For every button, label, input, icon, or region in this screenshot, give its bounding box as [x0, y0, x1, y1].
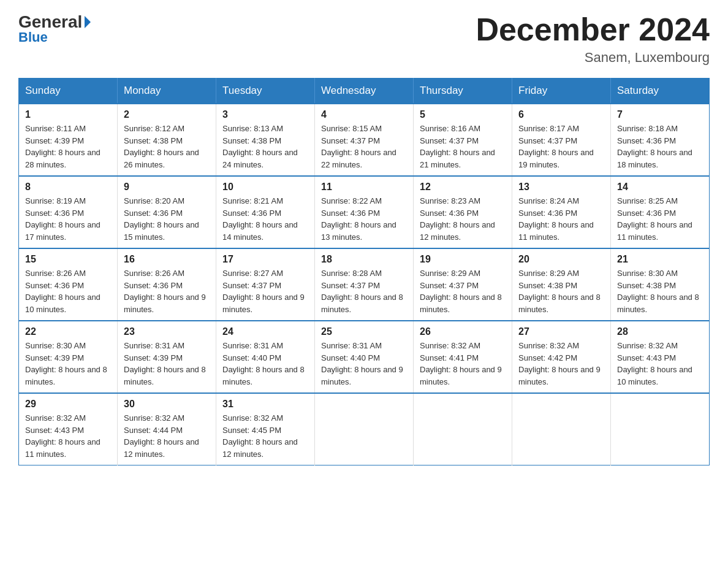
- sunset-label: Sunset: 4:36 PM: [124, 209, 183, 218]
- day-info: Sunrise: 8:15 AM Sunset: 4:37 PM Dayligh…: [321, 123, 407, 170]
- calendar-day-cell: 16 Sunrise: 8:26 AM Sunset: 4:36 PM Dayl…: [118, 248, 216, 321]
- sunset-label: Sunset: 4:36 PM: [617, 136, 676, 145]
- sunset-label: Sunset: 4:37 PM: [321, 281, 380, 290]
- col-saturday: Saturday: [611, 79, 710, 104]
- sunset-label: Sunset: 4:37 PM: [222, 281, 281, 290]
- sunset-label: Sunset: 4:45 PM: [222, 426, 281, 435]
- sunset-label: Sunset: 4:36 PM: [321, 209, 380, 218]
- logo-triangle-icon: [85, 16, 91, 28]
- day-number: 11: [321, 182, 407, 193]
- day-info: Sunrise: 8:29 AM Sunset: 4:37 PM Dayligh…: [420, 267, 506, 315]
- day-number: 23: [124, 326, 210, 337]
- day-info: Sunrise: 8:24 AM Sunset: 4:36 PM Dayligh…: [518, 195, 604, 243]
- sunset-label: Sunset: 4:40 PM: [222, 353, 281, 362]
- day-info: Sunrise: 8:26 AM Sunset: 4:36 PM Dayligh…: [124, 267, 210, 315]
- calendar-day-cell: 5 Sunrise: 8:16 AM Sunset: 4:37 PM Dayli…: [414, 104, 512, 176]
- sunrise-label: Sunrise: 8:16 AM: [420, 124, 480, 133]
- day-info: Sunrise: 8:17 AM Sunset: 4:37 PM Dayligh…: [518, 123, 604, 170]
- calendar-day-cell: 27 Sunrise: 8:32 AM Sunset: 4:42 PM Dayl…: [512, 321, 611, 393]
- day-info: Sunrise: 8:32 AM Sunset: 4:43 PM Dayligh…: [25, 412, 111, 460]
- sunrise-label: Sunrise: 8:21 AM: [222, 196, 283, 205]
- day-number: 6: [518, 109, 604, 120]
- sunrise-label: Sunrise: 8:25 AM: [617, 196, 678, 205]
- daylight-label: Daylight: 8 hours and 12 minutes.: [222, 437, 298, 459]
- sunset-label: Sunset: 4:39 PM: [25, 353, 84, 362]
- col-friday: Friday: [512, 79, 611, 104]
- col-tuesday: Tuesday: [216, 79, 315, 104]
- col-thursday: Thursday: [414, 79, 512, 104]
- day-info: Sunrise: 8:26 AM Sunset: 4:36 PM Dayligh…: [25, 267, 111, 315]
- day-number: 30: [124, 399, 210, 410]
- sunrise-label: Sunrise: 8:11 AM: [25, 124, 86, 133]
- daylight-label: Daylight: 8 hours and 11 minutes.: [617, 220, 692, 242]
- page-header: General Blue December 2024 Sanem, Luxemb…: [18, 12, 710, 66]
- day-info: Sunrise: 8:18 AM Sunset: 4:36 PM Dayligh…: [617, 123, 703, 170]
- daylight-label: Daylight: 8 hours and 10 minutes.: [617, 365, 692, 386]
- daylight-label: Daylight: 8 hours and 12 minutes.: [420, 220, 495, 242]
- day-number: 2: [124, 109, 210, 120]
- sunrise-label: Sunrise: 8:20 AM: [124, 196, 184, 205]
- daylight-label: Daylight: 8 hours and 9 minutes.: [321, 365, 403, 386]
- sunrise-label: Sunrise: 8:30 AM: [25, 341, 86, 350]
- daylight-label: Daylight: 8 hours and 11 minutes.: [518, 220, 594, 242]
- daylight-label: Daylight: 8 hours and 11 minutes.: [25, 437, 100, 459]
- calendar-day-cell: 11 Sunrise: 8:22 AM Sunset: 4:36 PM Dayl…: [315, 176, 414, 248]
- day-number: 7: [617, 109, 703, 120]
- calendar-day-cell: [512, 393, 611, 465]
- calendar-day-cell: 22 Sunrise: 8:30 AM Sunset: 4:39 PM Dayl…: [19, 321, 118, 393]
- calendar-header-row: Sunday Monday Tuesday Wednesday Thursday…: [19, 79, 710, 104]
- daylight-label: Daylight: 8 hours and 18 minutes.: [617, 148, 692, 169]
- calendar-day-cell: 18 Sunrise: 8:28 AM Sunset: 4:37 PM Dayl…: [315, 248, 414, 321]
- sunset-label: Sunset: 4:43 PM: [25, 426, 84, 435]
- logo-blue-text: Blue: [18, 29, 48, 45]
- day-number: 28: [617, 326, 703, 337]
- day-info: Sunrise: 8:27 AM Sunset: 4:37 PM Dayligh…: [222, 267, 308, 315]
- calendar-day-cell: 28 Sunrise: 8:32 AM Sunset: 4:43 PM Dayl…: [611, 321, 710, 393]
- day-number: 25: [321, 326, 407, 337]
- day-number: 21: [617, 254, 703, 265]
- day-number: 31: [222, 399, 308, 410]
- sunset-label: Sunset: 4:37 PM: [321, 136, 380, 145]
- calendar-week-row: 8 Sunrise: 8:19 AM Sunset: 4:36 PM Dayli…: [19, 176, 710, 248]
- calendar-day-cell: 29 Sunrise: 8:32 AM Sunset: 4:43 PM Dayl…: [19, 393, 118, 465]
- daylight-label: Daylight: 8 hours and 12 minutes.: [124, 437, 199, 459]
- daylight-label: Daylight: 8 hours and 9 minutes.: [518, 365, 601, 386]
- day-info: Sunrise: 8:31 AM Sunset: 4:39 PM Dayligh…: [124, 340, 210, 388]
- day-info: Sunrise: 8:32 AM Sunset: 4:42 PM Dayligh…: [518, 340, 604, 388]
- day-info: Sunrise: 8:32 AM Sunset: 4:43 PM Dayligh…: [617, 340, 703, 388]
- calendar-week-row: 15 Sunrise: 8:26 AM Sunset: 4:36 PM Dayl…: [19, 248, 710, 321]
- calendar-day-cell: [315, 393, 414, 465]
- col-wednesday: Wednesday: [315, 79, 414, 104]
- calendar-day-cell: 15 Sunrise: 8:26 AM Sunset: 4:36 PM Dayl…: [19, 248, 118, 321]
- sunset-label: Sunset: 4:36 PM: [124, 281, 183, 290]
- sunset-label: Sunset: 4:39 PM: [124, 353, 183, 362]
- day-number: 19: [420, 254, 506, 265]
- day-number: 20: [518, 254, 604, 265]
- day-number: 8: [25, 182, 111, 193]
- calendar-day-cell: 19 Sunrise: 8:29 AM Sunset: 4:37 PM Dayl…: [414, 248, 512, 321]
- day-info: Sunrise: 8:13 AM Sunset: 4:38 PM Dayligh…: [222, 123, 308, 170]
- sunrise-label: Sunrise: 8:32 AM: [420, 341, 480, 350]
- daylight-label: Daylight: 8 hours and 8 minutes.: [617, 293, 699, 314]
- daylight-label: Daylight: 8 hours and 8 minutes.: [222, 365, 305, 386]
- daylight-label: Daylight: 8 hours and 13 minutes.: [321, 220, 396, 242]
- daylight-label: Daylight: 8 hours and 8 minutes.: [124, 365, 206, 386]
- daylight-label: Daylight: 8 hours and 22 minutes.: [321, 148, 396, 169]
- calendar-day-cell: 14 Sunrise: 8:25 AM Sunset: 4:36 PM Dayl…: [611, 176, 710, 248]
- day-number: 29: [25, 399, 111, 410]
- sunset-label: Sunset: 4:38 PM: [518, 281, 577, 290]
- calendar-week-row: 1 Sunrise: 8:11 AM Sunset: 4:39 PM Dayli…: [19, 104, 710, 176]
- daylight-label: Daylight: 8 hours and 15 minutes.: [124, 220, 199, 242]
- sunset-label: Sunset: 4:39 PM: [25, 136, 84, 145]
- calendar-day-cell: 23 Sunrise: 8:31 AM Sunset: 4:39 PM Dayl…: [118, 321, 216, 393]
- sunrise-label: Sunrise: 8:32 AM: [124, 413, 184, 423]
- calendar-day-cell: 7 Sunrise: 8:18 AM Sunset: 4:36 PM Dayli…: [611, 104, 710, 176]
- day-info: Sunrise: 8:22 AM Sunset: 4:36 PM Dayligh…: [321, 195, 407, 243]
- sunrise-label: Sunrise: 8:13 AM: [222, 124, 283, 133]
- calendar-table: Sunday Monday Tuesday Wednesday Thursday…: [18, 78, 710, 465]
- sunrise-label: Sunrise: 8:31 AM: [124, 341, 184, 350]
- sunset-label: Sunset: 4:36 PM: [25, 281, 84, 290]
- calendar-day-cell: 30 Sunrise: 8:32 AM Sunset: 4:44 PM Dayl…: [118, 393, 216, 465]
- day-number: 22: [25, 326, 111, 337]
- sunrise-label: Sunrise: 8:24 AM: [518, 196, 579, 205]
